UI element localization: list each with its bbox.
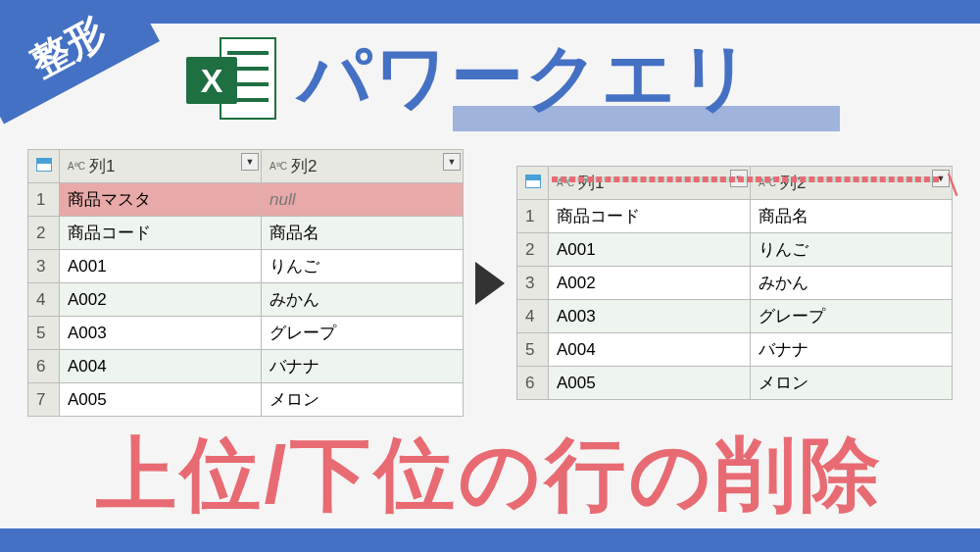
header-row: X パワークエリ bbox=[186, 29, 755, 127]
col2-label: 列2 bbox=[780, 172, 806, 194]
excel-x-badge: X bbox=[186, 57, 237, 104]
row-number: 1 bbox=[28, 183, 60, 217]
left-table-wrap: AᴮC列1 ▼ AᴮC列2 ▼ 1 商品マスタ null 2商品コード商品名 3… bbox=[27, 149, 464, 417]
col1-label: 列1 bbox=[89, 155, 115, 177]
table-row[interactable]: 5A004バナナ bbox=[517, 333, 953, 367]
left-table: AᴮC列1 ▼ AᴮC列2 ▼ 1 商品マスタ null 2商品コード商品名 3… bbox=[27, 149, 464, 417]
type-icon: AᴮC bbox=[270, 161, 287, 172]
table-row[interactable]: 5A003グレープ bbox=[28, 317, 464, 350]
bottom-bar bbox=[0, 528, 980, 552]
table-row[interactable]: 2商品コード商品名 bbox=[28, 217, 464, 250]
table-row[interactable]: 3A002みかん bbox=[517, 267, 953, 300]
footer-title: 上位/下位の行の削除 bbox=[0, 434, 980, 515]
table-icon bbox=[525, 175, 541, 188]
excel-icon: X bbox=[186, 33, 276, 124]
col2-header[interactable]: AᴮC列2 ▼ bbox=[262, 150, 464, 183]
table-icon bbox=[36, 158, 52, 172]
col2-label: 列2 bbox=[291, 155, 317, 177]
table-row[interactable]: 1商品コード商品名 bbox=[517, 200, 953, 233]
col1-header[interactable]: AᴮC列1 ▼ bbox=[549, 167, 751, 200]
table-corner[interactable] bbox=[28, 150, 60, 183]
badge-label: 整形 bbox=[21, 4, 115, 88]
filter-dropdown-icon[interactable]: ▼ bbox=[730, 170, 748, 187]
cell: 商品マスタ bbox=[60, 183, 262, 217]
table-row[interactable]: 4A003グレープ bbox=[517, 300, 953, 333]
table-row[interactable]: 7A005メロン bbox=[28, 383, 464, 417]
page-title: パワークエリ bbox=[298, 29, 755, 127]
table-row[interactable]: 6A005メロン bbox=[517, 367, 953, 400]
type-icon: AᴮC bbox=[68, 161, 85, 172]
col1-header[interactable]: AᴮC列1 ▼ bbox=[60, 150, 262, 183]
filter-dropdown-icon[interactable]: ▼ bbox=[443, 153, 461, 171]
table-row[interactable]: 1 商品マスタ null bbox=[28, 183, 464, 217]
type-icon: AᴮC bbox=[557, 177, 574, 188]
col2-header[interactable]: AᴮC列2 ▼ bbox=[751, 167, 953, 200]
cell-null: null bbox=[262, 183, 464, 217]
arrow-right-icon bbox=[475, 262, 505, 305]
category-badge: 整形 bbox=[0, 0, 160, 124]
right-table-wrap: AᴮC列1 ▼ AᴮC列2 ▼ 1商品コード商品名 2A001りんご 3A002… bbox=[516, 166, 953, 400]
type-icon: AᴮC bbox=[759, 177, 776, 188]
right-table: AᴮC列1 ▼ AᴮC列2 ▼ 1商品コード商品名 2A001りんご 3A002… bbox=[516, 166, 953, 400]
table-corner[interactable] bbox=[517, 167, 549, 200]
tables-area: AᴮC列1 ▼ AᴮC列2 ▼ 1 商品マスタ null 2商品コード商品名 3… bbox=[27, 149, 953, 417]
table-row[interactable]: 6A004バナナ bbox=[28, 350, 464, 383]
col1-label: 列1 bbox=[578, 172, 604, 194]
table-row[interactable]: 3A001りんご bbox=[28, 250, 464, 283]
table-row[interactable]: 2A001りんご bbox=[517, 233, 953, 267]
table-row[interactable]: 4A002みかん bbox=[28, 283, 464, 317]
filter-dropdown-icon[interactable]: ▼ bbox=[241, 153, 259, 171]
